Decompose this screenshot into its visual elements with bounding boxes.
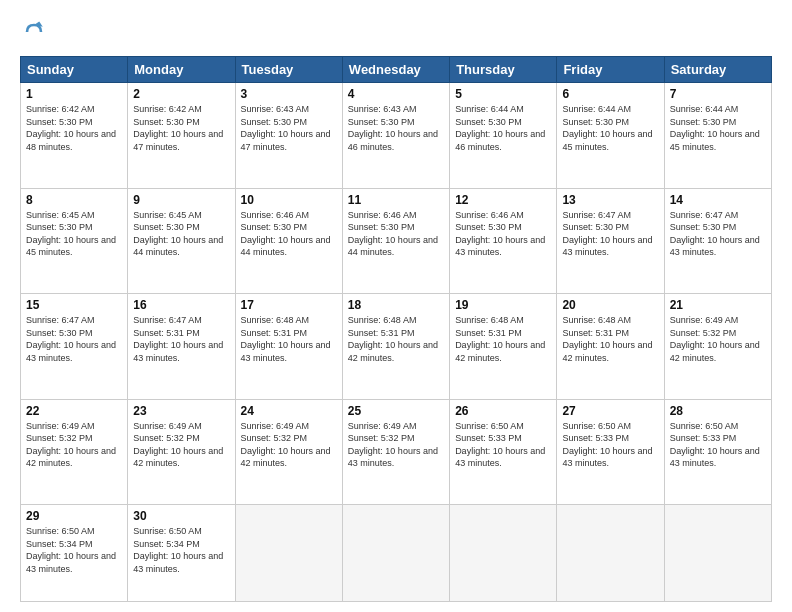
day-info: Sunrise: 6:49 AMSunset: 5:32 PMDaylight:… <box>133 420 229 470</box>
day-info: Sunrise: 6:46 AMSunset: 5:30 PMDaylight:… <box>348 209 444 259</box>
day-info: Sunrise: 6:50 AMSunset: 5:33 PMDaylight:… <box>455 420 551 470</box>
day-number: 30 <box>133 509 229 523</box>
calendar-day-cell: 4 Sunrise: 6:43 AMSunset: 5:30 PMDayligh… <box>342 83 449 189</box>
calendar-day-cell: 30 Sunrise: 6:50 AMSunset: 5:34 PMDaylig… <box>128 505 235 602</box>
calendar-week-row: 8 Sunrise: 6:45 AMSunset: 5:30 PMDayligh… <box>21 188 772 294</box>
day-info: Sunrise: 6:49 AMSunset: 5:32 PMDaylight:… <box>241 420 337 470</box>
day-info: Sunrise: 6:43 AMSunset: 5:30 PMDaylight:… <box>241 103 337 153</box>
calendar-day-cell: 29 Sunrise: 6:50 AMSunset: 5:34 PMDaylig… <box>21 505 128 602</box>
day-number: 20 <box>562 298 658 312</box>
day-info: Sunrise: 6:50 AMSunset: 5:33 PMDaylight:… <box>562 420 658 470</box>
day-number: 3 <box>241 87 337 101</box>
calendar-day-cell: 6 Sunrise: 6:44 AMSunset: 5:30 PMDayligh… <box>557 83 664 189</box>
calendar-day-cell: 27 Sunrise: 6:50 AMSunset: 5:33 PMDaylig… <box>557 399 664 505</box>
calendar-table: SundayMondayTuesdayWednesdayThursdayFrid… <box>20 56 772 602</box>
calendar-day-cell: 3 Sunrise: 6:43 AMSunset: 5:30 PMDayligh… <box>235 83 342 189</box>
day-number: 23 <box>133 404 229 418</box>
day-number: 2 <box>133 87 229 101</box>
day-info: Sunrise: 6:49 AMSunset: 5:32 PMDaylight:… <box>348 420 444 470</box>
day-info: Sunrise: 6:42 AMSunset: 5:30 PMDaylight:… <box>26 103 122 153</box>
calendar-day-cell: 11 Sunrise: 6:46 AMSunset: 5:30 PMDaylig… <box>342 188 449 294</box>
page: SundayMondayTuesdayWednesdayThursdayFrid… <box>0 0 792 612</box>
day-number: 13 <box>562 193 658 207</box>
day-number: 28 <box>670 404 766 418</box>
day-number: 8 <box>26 193 122 207</box>
day-info: Sunrise: 6:47 AMSunset: 5:30 PMDaylight:… <box>670 209 766 259</box>
day-number: 12 <box>455 193 551 207</box>
calendar-day-cell: 8 Sunrise: 6:45 AMSunset: 5:30 PMDayligh… <box>21 188 128 294</box>
empty-cell <box>450 505 557 602</box>
col-header-wednesday: Wednesday <box>342 57 449 83</box>
day-info: Sunrise: 6:44 AMSunset: 5:30 PMDaylight:… <box>670 103 766 153</box>
day-number: 27 <box>562 404 658 418</box>
day-number: 10 <box>241 193 337 207</box>
day-number: 4 <box>348 87 444 101</box>
day-number: 17 <box>241 298 337 312</box>
day-info: Sunrise: 6:49 AMSunset: 5:32 PMDaylight:… <box>670 314 766 364</box>
calendar-day-cell: 2 Sunrise: 6:42 AMSunset: 5:30 PMDayligh… <box>128 83 235 189</box>
calendar-day-cell: 13 Sunrise: 6:47 AMSunset: 5:30 PMDaylig… <box>557 188 664 294</box>
logo <box>20 18 52 46</box>
calendar-day-cell: 26 Sunrise: 6:50 AMSunset: 5:33 PMDaylig… <box>450 399 557 505</box>
calendar-day-cell: 24 Sunrise: 6:49 AMSunset: 5:32 PMDaylig… <box>235 399 342 505</box>
day-number: 19 <box>455 298 551 312</box>
calendar-week-row: 15 Sunrise: 6:47 AMSunset: 5:30 PMDaylig… <box>21 294 772 400</box>
day-number: 21 <box>670 298 766 312</box>
day-info: Sunrise: 6:50 AMSunset: 5:34 PMDaylight:… <box>26 525 122 575</box>
day-info: Sunrise: 6:48 AMSunset: 5:31 PMDaylight:… <box>562 314 658 364</box>
header <box>20 18 772 46</box>
calendar-day-cell: 25 Sunrise: 6:49 AMSunset: 5:32 PMDaylig… <box>342 399 449 505</box>
col-header-saturday: Saturday <box>664 57 771 83</box>
day-info: Sunrise: 6:47 AMSunset: 5:31 PMDaylight:… <box>133 314 229 364</box>
logo-icon <box>20 18 48 46</box>
calendar-day-cell: 7 Sunrise: 6:44 AMSunset: 5:30 PMDayligh… <box>664 83 771 189</box>
day-number: 6 <box>562 87 658 101</box>
calendar-day-cell: 20 Sunrise: 6:48 AMSunset: 5:31 PMDaylig… <box>557 294 664 400</box>
col-header-tuesday: Tuesday <box>235 57 342 83</box>
day-info: Sunrise: 6:48 AMSunset: 5:31 PMDaylight:… <box>241 314 337 364</box>
calendar-day-cell: 5 Sunrise: 6:44 AMSunset: 5:30 PMDayligh… <box>450 83 557 189</box>
day-number: 29 <box>26 509 122 523</box>
calendar-week-row: 1 Sunrise: 6:42 AMSunset: 5:30 PMDayligh… <box>21 83 772 189</box>
day-number: 14 <box>670 193 766 207</box>
calendar-day-cell: 22 Sunrise: 6:49 AMSunset: 5:32 PMDaylig… <box>21 399 128 505</box>
calendar-day-cell: 16 Sunrise: 6:47 AMSunset: 5:31 PMDaylig… <box>128 294 235 400</box>
day-info: Sunrise: 6:48 AMSunset: 5:31 PMDaylight:… <box>455 314 551 364</box>
calendar-day-cell: 18 Sunrise: 6:48 AMSunset: 5:31 PMDaylig… <box>342 294 449 400</box>
day-number: 1 <box>26 87 122 101</box>
day-info: Sunrise: 6:45 AMSunset: 5:30 PMDaylight:… <box>26 209 122 259</box>
col-header-monday: Monday <box>128 57 235 83</box>
col-header-friday: Friday <box>557 57 664 83</box>
day-info: Sunrise: 6:44 AMSunset: 5:30 PMDaylight:… <box>562 103 658 153</box>
empty-cell <box>342 505 449 602</box>
day-info: Sunrise: 6:46 AMSunset: 5:30 PMDaylight:… <box>455 209 551 259</box>
day-number: 5 <box>455 87 551 101</box>
calendar-week-row: 29 Sunrise: 6:50 AMSunset: 5:34 PMDaylig… <box>21 505 772 602</box>
day-number: 16 <box>133 298 229 312</box>
calendar-day-cell: 10 Sunrise: 6:46 AMSunset: 5:30 PMDaylig… <box>235 188 342 294</box>
calendar-day-cell: 15 Sunrise: 6:47 AMSunset: 5:30 PMDaylig… <box>21 294 128 400</box>
day-info: Sunrise: 6:48 AMSunset: 5:31 PMDaylight:… <box>348 314 444 364</box>
day-info: Sunrise: 6:47 AMSunset: 5:30 PMDaylight:… <box>26 314 122 364</box>
day-number: 18 <box>348 298 444 312</box>
calendar-day-cell: 17 Sunrise: 6:48 AMSunset: 5:31 PMDaylig… <box>235 294 342 400</box>
calendar-day-cell: 12 Sunrise: 6:46 AMSunset: 5:30 PMDaylig… <box>450 188 557 294</box>
day-info: Sunrise: 6:47 AMSunset: 5:30 PMDaylight:… <box>562 209 658 259</box>
day-number: 26 <box>455 404 551 418</box>
day-info: Sunrise: 6:50 AMSunset: 5:34 PMDaylight:… <box>133 525 229 575</box>
calendar-day-cell: 21 Sunrise: 6:49 AMSunset: 5:32 PMDaylig… <box>664 294 771 400</box>
calendar-day-cell: 14 Sunrise: 6:47 AMSunset: 5:30 PMDaylig… <box>664 188 771 294</box>
day-number: 7 <box>670 87 766 101</box>
day-number: 22 <box>26 404 122 418</box>
empty-cell <box>235 505 342 602</box>
col-header-sunday: Sunday <box>21 57 128 83</box>
calendar-day-cell: 19 Sunrise: 6:48 AMSunset: 5:31 PMDaylig… <box>450 294 557 400</box>
calendar-day-cell: 1 Sunrise: 6:42 AMSunset: 5:30 PMDayligh… <box>21 83 128 189</box>
empty-cell <box>557 505 664 602</box>
day-info: Sunrise: 6:45 AMSunset: 5:30 PMDaylight:… <box>133 209 229 259</box>
calendar-day-cell: 23 Sunrise: 6:49 AMSunset: 5:32 PMDaylig… <box>128 399 235 505</box>
day-number: 11 <box>348 193 444 207</box>
day-number: 25 <box>348 404 444 418</box>
day-info: Sunrise: 6:49 AMSunset: 5:32 PMDaylight:… <box>26 420 122 470</box>
col-header-thursday: Thursday <box>450 57 557 83</box>
